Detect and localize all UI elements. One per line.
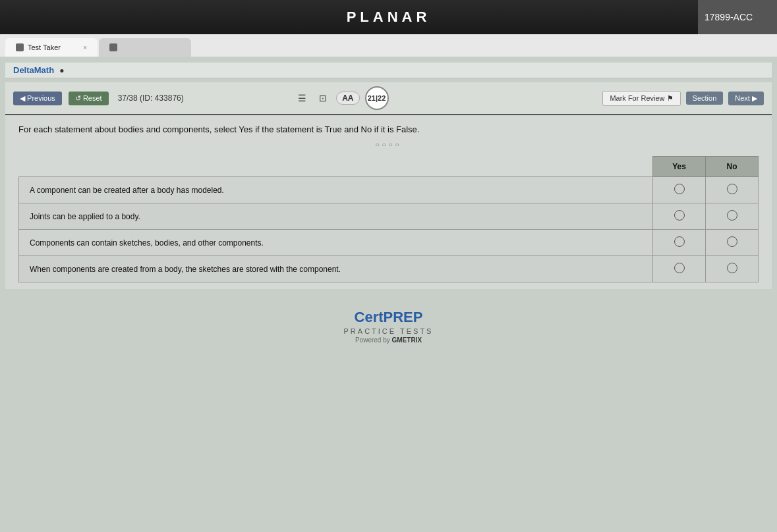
table-row: Joints can be applied to a body. [19,203,759,230]
no-header: No [706,157,759,177]
table-row: When components are created from a body,… [19,256,759,282]
footer-brand: CertPREP PRACTICE TESTS Powered by GMETR… [5,289,772,357]
mark-review-button[interactable]: Mark For Review ⚑ [602,91,680,106]
prep-text: PREP [384,309,423,325]
yes-radio-cell-1[interactable] [653,177,706,203]
yes-radio-cell-4[interactable] [653,256,706,282]
image-icon[interactable]: ⊡ [315,90,331,106]
question-number-badge: 21|22 [365,86,389,110]
yes-radio-4[interactable] [674,263,685,273]
statement-text-4: When components are created from a body,… [19,256,653,282]
toolbar-right: Mark For Review ⚑ Section Next ▶ [602,91,764,106]
previous-button[interactable]: ◀ Previous [13,92,62,105]
yes-radio-cell-2[interactable] [653,203,706,230]
active-tab[interactable]: Test Taker × [5,38,98,57]
screen-content: DeltaMath ● ◀ Previous ↺ Reset 37/38 (ID… [0,57,777,532]
yes-radio-3[interactable] [674,236,685,247]
statement-text-2: Joints can be applied to a body. [19,203,653,230]
statement-header-col [19,157,653,177]
powered-by-text: Powered by GMETRIX [5,336,772,344]
no-radio-cell-3[interactable] [706,230,759,256]
no-radio-cell-2[interactable] [706,203,759,230]
question-area: For each statement about bodies and comp… [5,115,772,289]
progress-dots: ○○○○ [18,141,759,148]
browser-tabs: Test Taker × [5,38,772,57]
inactive-tab[interactable] [99,38,191,57]
cert-text: Cert [355,309,384,325]
statement-text-3: Components can contain sketches, bodies,… [19,230,653,256]
monitor-top-bar: PLANAR 17899-ACC [0,0,777,34]
yes-header: Yes [653,157,706,177]
table-row: Components can contain sketches, bodies,… [19,230,759,256]
no-radio-2[interactable] [727,210,737,221]
quiz-toolbar: ◀ Previous ↺ Reset 37/38 (ID: 433876) ☰ … [5,82,772,115]
list-icon[interactable]: ☰ [294,90,310,106]
tab-favicon-2-icon [109,43,117,51]
toolbar-center: ☰ ⊡ AA 21|22 [294,86,388,110]
statements-table: Yes No A component can be created after … [18,156,759,282]
gmetrix-text: GMETRIX [392,336,422,344]
no-radio-cell-4[interactable] [706,256,759,282]
table-row: A component can be created after a body … [19,177,759,203]
tab-label: Test Taker [28,43,61,51]
yes-radio-2[interactable] [674,210,685,221]
no-radio-1[interactable] [727,184,737,194]
quiz-main: For each statement about bodies and comp… [5,115,772,289]
deltamath-logo[interactable]: DeltaMath [13,65,54,75]
no-radio-3[interactable] [727,236,737,247]
deltamath-bar: DeltaMath ● [5,63,772,78]
no-radio-4[interactable] [727,263,737,273]
deltamath-indicator: ● [59,66,64,75]
monitor-id: 17899-ACC [698,0,777,34]
statement-text-1: A component can be created after a body … [19,177,653,203]
tab-close-icon[interactable]: × [83,44,87,51]
no-radio-cell-1[interactable] [706,177,759,203]
browser-chrome: Test Taker × [0,34,777,57]
section-button[interactable]: Section [686,92,724,105]
next-button[interactable]: Next ▶ [728,92,764,105]
question-counter: 37/38 (ID: 433876) [118,93,184,103]
practice-tests-text: PRACTICE TESTS [5,327,772,335]
monitor-brand: PLANAR [347,9,431,26]
yes-radio-cell-3[interactable] [653,230,706,256]
tab-favicon-icon [16,43,24,51]
certprep-logo: CertPREP [5,309,772,326]
aa-badge[interactable]: AA [336,92,359,105]
reset-button[interactable]: ↺ Reset [69,92,109,105]
yes-radio-1[interactable] [674,184,685,194]
question-text: For each statement about bodies and comp… [18,124,759,134]
